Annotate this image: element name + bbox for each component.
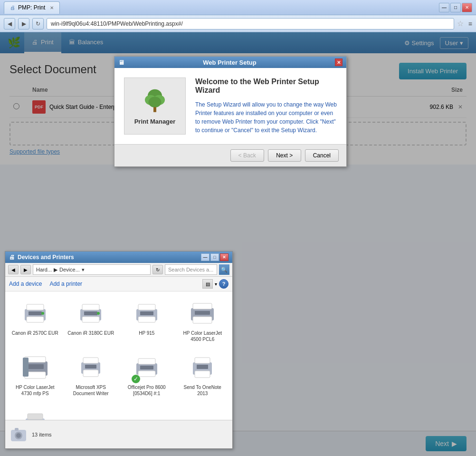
device-icon-wrap: ✓ — [132, 353, 162, 383]
devices-toolbar: ◀ ▶ Hard... ▶ Device... ▾ ↻ Search Devic… — [5, 263, 232, 277]
device-icon-wrap — [187, 353, 218, 383]
device-item-canon-3180c[interactable]: Canon iR 3180C EUR — [65, 295, 117, 346]
devices-close-btn[interactable]: ✕ — [220, 253, 228, 261]
breadcrumb-bar[interactable]: Hard... ▶ Device... ▾ — [33, 264, 151, 275]
breadcrumb-sep: ▶ — [54, 267, 57, 273]
device-icon-wrap — [132, 299, 162, 329]
forward-btn[interactable]: ▶ — [18, 18, 29, 29]
printer-icon — [77, 355, 104, 381]
svg-rect-12 — [82, 317, 99, 322]
device-icon-wrap — [20, 353, 50, 383]
device-item-webprinter[interactable]: Web Printer for Print Manager Plus — [9, 404, 61, 420]
svg-rect-20 — [193, 303, 212, 309]
dialog-title-icon: 🖥 — [118, 59, 124, 66]
device-item-hp-4730[interactable]: HP Color LaserJet 4730 mfp PS — [9, 349, 61, 400]
svg-rect-16 — [138, 304, 155, 310]
add-device-link[interactable]: Add a device — [9, 281, 42, 287]
devices-action-bar: Add a device Add a printer ▤ ▾ ? — [5, 277, 232, 291]
add-printer-link[interactable]: Add a printer — [49, 281, 82, 287]
status-camera-icon — [9, 425, 28, 444]
printer-icon — [22, 301, 48, 327]
address-bar[interactable]: win-i9lf9ql06u4:48110/PMPWeb/WebPrinting… — [47, 18, 454, 29]
svg-rect-8 — [29, 311, 42, 315]
printer-icon — [133, 301, 160, 327]
devices-back-btn[interactable]: ◀ — [8, 265, 19, 274]
dialog-titlebar: 🖥 Web Printer Setup ✕ — [114, 57, 346, 68]
view-controls: ▤ ▾ ? — [202, 279, 228, 289]
svg-rect-31 — [85, 365, 96, 369]
tab-favicon: 🖨 — [10, 5, 15, 10]
svg-point-3 — [149, 97, 162, 107]
window-controls: — □ ✕ — [439, 3, 472, 12]
browser-tab[interactable]: 🖨 PMP: Print ✕ — [4, 1, 60, 14]
device-name: Canon iR 2570C EUR — [12, 330, 58, 336]
svg-rect-30 — [83, 370, 98, 377]
devices-win-controls: — □ ✕ — [201, 253, 228, 261]
devices-maximize-btn[interactable]: □ — [210, 253, 219, 261]
back-button[interactable]: < Back — [230, 149, 264, 162]
back-btn[interactable]: ◀ — [4, 18, 15, 29]
close-window-btn[interactable]: ✕ — [462, 3, 472, 12]
dialog-title-text: Web Printer Setup — [203, 59, 256, 66]
maximize-btn[interactable]: □ — [450, 3, 461, 12]
devices-title-icon: 🖨 — [9, 254, 15, 261]
cancel-button[interactable]: Cancel — [305, 149, 339, 162]
status-count: 13 items — [32, 432, 52, 437]
svg-point-14 — [97, 312, 100, 315]
svg-point-46 — [16, 433, 21, 438]
device-item-hp-915[interactable]: HP 915 — [121, 295, 173, 346]
svg-rect-6 — [27, 304, 44, 310]
svg-rect-39 — [197, 365, 208, 369]
device-item-onenote[interactable]: Send To OneNote 2013 — [177, 349, 229, 400]
tree-icon — [141, 87, 169, 116]
logo-text: Print Manager — [134, 118, 176, 125]
bookmark-icon[interactable]: ☆ — [457, 19, 464, 28]
dialog-text-area: Welcome to the Web Printer Setup Wizard … — [195, 78, 337, 135]
svg-rect-27 — [23, 358, 29, 377]
svg-rect-34 — [138, 371, 155, 377]
device-item-hp-4500[interactable]: HP Color LaserJet 4500 PCL6 — [177, 295, 229, 346]
svg-rect-18 — [140, 311, 153, 315]
device-icon-wrap — [20, 407, 50, 420]
devices-titlebar: 🖨 Devices and Printers — □ ✕ — [5, 252, 232, 263]
search-devices-btn[interactable]: 🔍 — [219, 264, 229, 275]
dialog-close-btn[interactable]: ✕ — [335, 58, 343, 66]
svg-rect-17 — [138, 317, 155, 322]
refresh-devices-btn[interactable]: ↻ — [152, 265, 163, 274]
view-dropdown-icon[interactable]: ▾ — [215, 281, 217, 287]
dialog-logo-box: Print Manager — [124, 78, 186, 135]
svg-rect-11 — [82, 304, 99, 310]
device-name: HP 915 — [139, 330, 154, 336]
devices-minimize-btn[interactable]: — — [201, 253, 209, 261]
devices-window: 🖨 Devices and Printers — □ ✕ ◀ ▶ Hard...… — [5, 251, 233, 449]
printer-icon — [189, 301, 216, 327]
help-btn[interactable]: ? — [219, 279, 228, 289]
minimize-btn[interactable]: — — [439, 3, 449, 12]
svg-rect-47 — [15, 428, 19, 431]
refresh-btn[interactable]: ↻ — [32, 18, 44, 29]
device-item-officejet[interactable]: ✓ Officejet Pro 8600 [0534D6] #:1 — [121, 349, 173, 400]
device-name: Microsoft XPS Document Writer — [67, 384, 115, 397]
device-item-xps[interactable]: Microsoft XPS Document Writer — [65, 349, 117, 400]
svg-rect-26 — [27, 364, 44, 369]
breadcrumb-chevron: ▾ — [82, 267, 85, 273]
browser-menu-icon[interactable]: ≡ — [468, 20, 472, 28]
svg-rect-22 — [195, 311, 210, 315]
tab-close-btn[interactable]: ✕ — [50, 5, 54, 10]
next-button[interactable]: Next > — [268, 149, 301, 162]
tab-title: PMP: Print — [18, 4, 45, 11]
device-name: Canon iR 3180C EUR — [67, 330, 114, 336]
browser-toolbar: ◀ ▶ ↻ win-i9lf9ql06u4:48110/PMPWeb/WebPr… — [0, 15, 476, 32]
device-item-canon-2570c[interactable]: Canon iR 2570C EUR — [9, 295, 61, 346]
printer-icon — [22, 355, 48, 381]
device-icon-wrap — [76, 299, 106, 329]
svg-point-9 — [41, 312, 44, 315]
dialog-body: Print Manager Welcome to the Web Printer… — [114, 68, 346, 144]
svg-rect-7 — [27, 317, 44, 322]
devices-grid: Canon iR 2570C EUR Canon iR 3180C EUR — [5, 291, 232, 420]
search-devices-input[interactable]: Search Devices a... — [165, 264, 217, 275]
devices-forward-btn[interactable]: ▶ — [20, 265, 31, 274]
printer-icon — [22, 409, 48, 420]
view-toggle-btn[interactable]: ▤ — [202, 279, 213, 289]
device-name: HP Color LaserJet 4730 mfp PS — [11, 384, 59, 397]
